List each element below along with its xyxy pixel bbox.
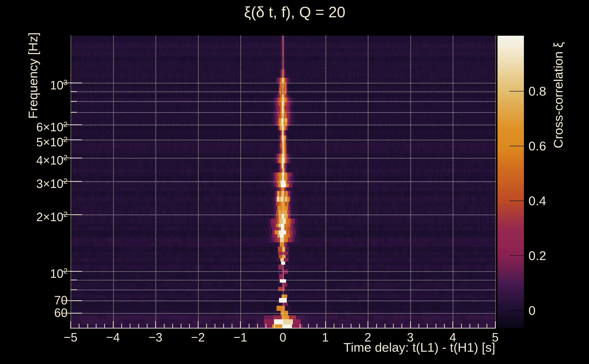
x-minor-tick	[181, 324, 181, 328]
heatmap-canvas	[71, 36, 495, 328]
x-major-tick	[113, 321, 114, 328]
x-minor-tick	[104, 324, 105, 328]
x-tick-label: −2	[180, 330, 216, 344]
x-major-tick	[198, 321, 198, 328]
x-tick-label: 0	[265, 330, 301, 344]
x-minor-tick	[351, 324, 351, 328]
colorbar-tick-label: 0.2	[529, 249, 546, 262]
x-major-tick	[410, 321, 411, 328]
y-tick-label: 3×102	[36, 175, 68, 190]
x-major-tick	[155, 321, 156, 328]
x-tick-label: −1	[222, 330, 259, 344]
x-minor-tick	[215, 324, 215, 328]
x-minor-tick	[223, 324, 224, 328]
x-minor-tick	[427, 324, 428, 328]
x-minor-tick	[308, 324, 309, 328]
x-minor-tick	[317, 324, 317, 328]
x-minor-tick	[172, 324, 173, 328]
y-minor-tick	[71, 280, 77, 280]
colorbar-title: Cross-correlation ξ	[551, 42, 566, 148]
x-tick-label: −3	[137, 330, 174, 344]
x-minor-tick	[274, 324, 275, 328]
x-major-tick	[70, 321, 71, 328]
x-major-tick	[325, 321, 326, 328]
colorbar	[497, 36, 524, 328]
y-tick-label: 4×102	[36, 151, 68, 167]
y-minor-tick	[71, 91, 77, 92]
x-minor-tick	[385, 324, 385, 328]
x-minor-tick	[87, 324, 88, 328]
x-minor-tick	[487, 324, 487, 328]
x-major-tick	[283, 321, 283, 328]
x-minor-tick	[96, 324, 97, 328]
x-minor-tick	[232, 324, 232, 328]
x-tick-label: 1	[307, 330, 344, 344]
y-axis-title: Frequency [Hz]	[26, 32, 40, 119]
colorbar-tick-label: 0.4	[529, 194, 546, 208]
x-major-tick	[452, 321, 453, 328]
x-major-tick	[240, 321, 241, 328]
y-tick-label: 70	[54, 294, 68, 307]
x-minor-tick	[342, 324, 343, 328]
y-minor-tick	[71, 289, 77, 290]
colorbar-tick	[509, 201, 525, 201]
x-minor-tick	[461, 324, 462, 328]
x-minor-tick	[470, 324, 470, 328]
colorbar-tick-label: 0.6	[529, 139, 546, 153]
x-minor-tick	[419, 324, 419, 328]
x-minor-tick	[376, 324, 377, 328]
x-minor-tick	[300, 324, 301, 328]
colorbar-tick	[509, 91, 525, 91]
x-minor-tick	[436, 324, 436, 328]
y-tick-label: 5×102	[36, 133, 68, 149]
x-minor-tick	[401, 324, 402, 328]
y-minor-tick	[71, 101, 77, 102]
chart-title: ξ(δ t, f), Q = 20	[244, 3, 345, 21]
x-minor-tick	[79, 324, 79, 328]
y-minor-tick	[71, 112, 77, 113]
figure-root: ξ(δ t, f), Q = 20 −5−4−3−2−10123451036×1…	[0, 0, 589, 364]
x-minor-tick	[291, 324, 292, 328]
x-minor-tick	[121, 324, 122, 328]
x-minor-tick	[393, 324, 394, 328]
x-minor-tick	[266, 324, 266, 328]
x-minor-tick	[444, 324, 445, 328]
y-tick-label: 102	[50, 265, 68, 280]
x-minor-tick	[206, 324, 207, 328]
x-minor-tick	[334, 324, 334, 328]
x-tick-label: −4	[95, 330, 131, 344]
colorbar-tick-label: 0	[529, 304, 536, 317]
x-minor-tick	[249, 324, 249, 328]
colorbar-tick	[509, 310, 525, 311]
y-tick-label: 2×102	[36, 208, 68, 223]
x-minor-tick	[130, 324, 131, 328]
x-minor-tick	[147, 324, 147, 328]
colorbar-tick	[509, 255, 525, 256]
x-minor-tick	[257, 324, 258, 328]
x-major-tick	[495, 321, 496, 328]
x-major-tick	[367, 321, 368, 328]
y-tick-label: 103	[50, 76, 68, 92]
colorbar-tick	[509, 146, 525, 146]
y-tick-label: 6×102	[36, 118, 68, 134]
x-gridline	[495, 36, 496, 328]
x-minor-tick	[359, 324, 360, 328]
x-minor-tick	[478, 324, 479, 328]
x-axis-title: Time delay: t(L1) - t(H1) [s]	[343, 340, 495, 355]
x-minor-tick	[138, 324, 139, 328]
x-minor-tick	[189, 324, 190, 328]
x-minor-tick	[164, 324, 164, 328]
x-tick-label: −5	[52, 330, 89, 344]
y-tick-label: 60	[54, 306, 68, 319]
colorbar-tick-label: 0.8	[529, 85, 546, 98]
